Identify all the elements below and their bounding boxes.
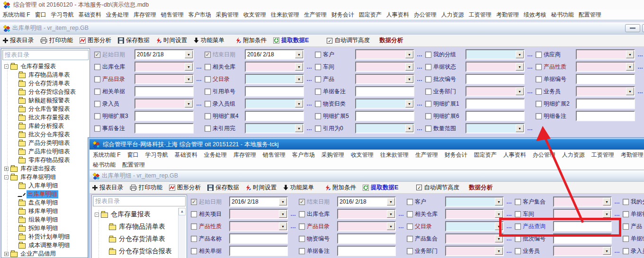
filter-checkbox[interactable] (407, 199, 413, 205)
tree-expander-icon[interactable]: + (4, 252, 9, 256)
dropdown-arrow-icon[interactable]: ▼ (185, 63, 193, 71)
menu-item[interactable]: 考勤管理 (494, 11, 521, 19)
filter-checkbox[interactable] (623, 199, 629, 205)
filter-checkbox[interactable] (515, 236, 521, 242)
dropdown-arrow-icon[interactable]: ▼ (405, 125, 413, 132)
menu-item[interactable]: 人力资源 (439, 11, 466, 19)
filter-input[interactable]: ▼ (245, 123, 304, 133)
filter-checkbox[interactable] (407, 236, 413, 242)
filter-checkbox[interactable] (191, 236, 197, 242)
filter-checkbox[interactable] (94, 76, 100, 82)
filter-input[interactable]: ▼ (134, 86, 194, 97)
more-options-button[interactable]: … (398, 223, 405, 230)
tree-expander-icon[interactable]: - (4, 64, 9, 69)
more-options-button[interactable]: … (196, 63, 203, 70)
dropdown-arrow-icon[interactable]: ▼ (626, 51, 634, 58)
filter-checkbox[interactable] (299, 211, 305, 217)
filter-input[interactable]: ▼ (229, 209, 288, 219)
filter-input[interactable]: ▼ (229, 233, 288, 244)
tree-item[interactable]: 入库单明细 (1, 181, 89, 190)
dropdown-arrow-icon[interactable]: ▼ (516, 88, 524, 95)
tree-expander-icon[interactable]: - (4, 175, 9, 179)
tree-item[interactable]: 分仓存货清单表 (92, 233, 187, 245)
filter-input[interactable]: ▼ (355, 86, 414, 97)
dropdown-arrow-icon[interactable]: ▼ (405, 75, 413, 83)
graph-analysis-button[interactable]: 图形分析 (169, 184, 201, 192)
menu-item[interactable]: 系统功能 F (89, 151, 124, 159)
filter-checkbox[interactable] (536, 76, 542, 82)
menu-item[interactable]: 配置管理 (119, 161, 148, 169)
filter-input[interactable]: 2016/ 2/18 ▼ (337, 196, 396, 207)
filter-input[interactable]: ▼ (134, 98, 194, 109)
filter-input[interactable]: 2016/ 2/18 ▼ (229, 196, 288, 207)
menu-item[interactable]: 库存管理 (131, 11, 159, 19)
dropdown-arrow-icon[interactable]: ▼ (516, 125, 524, 132)
auto-height-checkbox[interactable]: ✓自动调节高度 (416, 184, 459, 192)
filter-input[interactable]: ▼ (445, 196, 504, 207)
dropdown-arrow-icon[interactable]: ▼ (495, 247, 503, 255)
menu-item[interactable]: 采购管理 (214, 11, 241, 19)
menu-item[interactable]: 基础资料 (76, 11, 104, 19)
filter-input[interactable]: ▼ (465, 98, 525, 109)
dropdown-arrow-icon[interactable]: ▼ (495, 210, 503, 218)
tree-item[interactable]: 组装单明细 (1, 215, 89, 224)
dropdown-arrow-icon[interactable]: ▼ (185, 100, 193, 107)
menu-item[interactable]: 办公管理 (411, 11, 439, 19)
tree-item[interactable]: 零库存物品报表 (1, 156, 89, 164)
dropdown-arrow-icon[interactable]: ▼ (603, 210, 611, 218)
tree-item[interactable]: + 库存进出报表 (1, 164, 89, 173)
menu-item[interactable]: 学习导航 (49, 11, 76, 19)
more-options-button[interactable]: … (506, 248, 513, 254)
filter-input[interactable]: ▼ (245, 62, 304, 72)
filter-checkbox[interactable] (94, 101, 100, 107)
dropdown-arrow-icon[interactable]: ▼ (603, 198, 611, 205)
filter-checkbox[interactable] (299, 199, 305, 205)
tree-item[interactable]: 拆卸单明细 (1, 224, 89, 232)
filter-input[interactable]: ▼ (245, 111, 304, 121)
filter-checkbox[interactable] (94, 64, 100, 70)
filter-input[interactable]: ▼ (465, 111, 525, 121)
data-analysis-button[interactable]: 数据分析 (466, 184, 492, 192)
filter-input[interactable]: ▼ (576, 49, 635, 60)
function-menu-button[interactable]: 功能菜单 (283, 184, 314, 192)
dropdown-arrow-icon[interactable]: ▼ (603, 247, 611, 255)
menu-item[interactable]: 工资管理 (588, 151, 617, 159)
filter-checkbox[interactable] (425, 125, 431, 132)
filter-input[interactable]: ▼ (245, 86, 304, 97)
filter-input[interactable]: ▼ (134, 111, 194, 121)
menu-item[interactable]: 生产管理 (412, 151, 441, 159)
dropdown-arrow-icon[interactable]: ▼ (495, 222, 503, 230)
filter-checkbox[interactable] (315, 89, 321, 95)
more-options-button[interactable]: … (614, 248, 621, 254)
filter-input[interactable]: ▼ (553, 221, 612, 231)
filter-checkbox[interactable] (623, 211, 629, 217)
filter-input[interactable]: ▼ (576, 62, 635, 72)
filter-checkbox[interactable] (191, 211, 197, 217)
more-options-button[interactable]: … (637, 63, 644, 70)
dropdown-arrow-icon[interactable]: ▼ (387, 198, 395, 205)
menu-item[interactable]: 固定资产 (471, 151, 500, 159)
filter-checkbox[interactable] (536, 113, 542, 119)
graph-analysis-button[interactable]: 图形分析 (80, 36, 111, 44)
filter-input[interactable]: ▼ (576, 98, 635, 109)
filter-input[interactable]: ▼ (134, 123, 194, 133)
maximize-button[interactable] (642, 24, 644, 32)
filter-input[interactable]: ▼ (355, 123, 414, 133)
tree-item[interactable]: 产品分类明细表 (1, 139, 89, 147)
menu-item[interactable]: 考勤管理 (617, 151, 644, 159)
extra-conditions-button[interactable]: 附加条件 (236, 36, 267, 44)
more-options-button[interactable]: … (306, 63, 313, 70)
menu-item[interactable]: 人事资料 (384, 11, 411, 19)
tree-item[interactable]: 出库单明细 (1, 190, 89, 198)
save-data-button[interactable]: 保存数据 (207, 184, 239, 192)
dropdown-arrow-icon[interactable]: ▼ (626, 63, 634, 71)
more-options-button[interactable]: … (416, 76, 423, 82)
scroll-up-icon[interactable]: ▲ (179, 208, 186, 215)
filter-checkbox[interactable] (191, 248, 197, 254)
dropdown-arrow-icon[interactable]: ▼ (185, 51, 193, 58)
filter-input[interactable]: ▼ (553, 233, 612, 244)
tree-item[interactable]: 分仓库告警报表 (1, 105, 89, 113)
tree-item[interactable]: 库存物品清单表 (1, 71, 89, 79)
menu-item[interactable]: 秘书功能 (89, 161, 119, 169)
menu-item[interactable]: 人事资料 (500, 151, 529, 159)
